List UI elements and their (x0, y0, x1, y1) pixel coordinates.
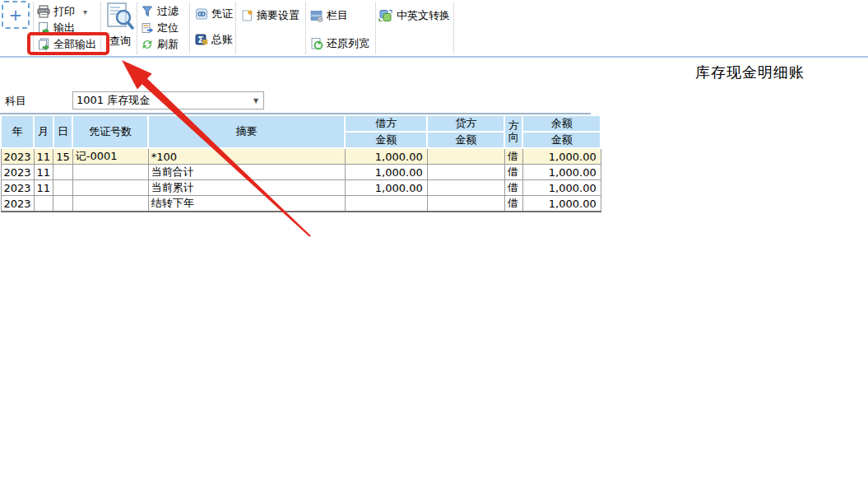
locate-icon (141, 21, 154, 35)
cell-debit[interactable]: 1,000.00 (345, 148, 427, 165)
toolbar-separator (453, 2, 454, 54)
cell-balance[interactable]: 1,000.00 (522, 196, 601, 212)
cell-credit[interactable] (427, 165, 504, 180)
sigma-ledger-icon: Σ (195, 33, 208, 46)
restore-column-width-button[interactable]: 还原列宽 (310, 36, 369, 51)
cell-month[interactable]: 11 (34, 165, 53, 180)
restore-width-icon (310, 37, 323, 50)
toolbar-separator (305, 2, 306, 54)
locate-label: 定位 (157, 21, 179, 35)
toolbar-separator (189, 2, 190, 54)
cell-day[interactable] (53, 196, 73, 212)
print-label: 打印 (53, 4, 75, 19)
columns-icon (310, 9, 323, 22)
cell-direction[interactable]: 借 (504, 180, 522, 196)
col-header-credit-amount: 金额 (427, 132, 504, 148)
cell-summary[interactable]: *100 (148, 148, 345, 165)
col-header-debit: 借方 (345, 115, 427, 132)
col-header-voucher-no: 凭证号数 (72, 115, 148, 148)
query-button[interactable]: 查询 (104, 2, 137, 48)
cn-en-switch-button[interactable]: 中英文转换 (378, 8, 450, 23)
toolbar: + 打印 ▾ 输出 全部输出 (0, 0, 868, 58)
table-row[interactable]: 2023 结转下年 借 1,000.00 (1, 196, 601, 212)
summary-settings-label: 摘要设置 (257, 8, 299, 23)
query-icon (105, 2, 135, 34)
cell-year[interactable]: 2023 (1, 165, 34, 180)
subject-label: 科目 (5, 94, 26, 109)
toolbar-separator (137, 2, 137, 54)
toolbar-separator (100, 2, 101, 54)
refresh-button[interactable]: 刷新 (141, 37, 179, 52)
cell-balance[interactable]: 1,000.00 (522, 165, 601, 180)
cell-debit[interactable]: 1,000.00 (345, 180, 427, 196)
cell-month[interactable]: 11 (34, 148, 53, 165)
cell-balance[interactable]: 1,000.00 (522, 148, 601, 165)
summary-settings-button[interactable]: ✱ 摘要设置 (240, 8, 299, 23)
cell-voucher-no[interactable] (72, 165, 148, 180)
filter-icon (141, 5, 154, 18)
cell-day[interactable]: 15 (53, 148, 73, 165)
print-button[interactable]: 打印 ▾ (37, 4, 87, 19)
cell-balance[interactable]: 1,000.00 (522, 180, 601, 196)
restore-column-width-label: 还原列宽 (327, 36, 369, 51)
export-icon (37, 21, 50, 35)
subject-combobox[interactable]: 1001 库存现金 ▼ (72, 91, 264, 109)
cell-year[interactable]: 2023 (1, 196, 34, 212)
cn-en-switch-label: 中英文转换 (397, 8, 450, 23)
cell-direction[interactable]: 借 (504, 148, 522, 165)
table-row[interactable]: 2023 11 15 记-0001 *100 1,000.00 借 1,000.… (1, 148, 601, 165)
cell-month[interactable]: 11 (34, 180, 53, 196)
general-ledger-button[interactable]: Σ 总账 (195, 32, 233, 47)
export-all-button[interactable]: 全部输出 (37, 37, 96, 52)
direction-char-2: 向 (508, 131, 519, 143)
cell-debit[interactable]: 1,000.00 (345, 165, 427, 180)
cell-credit[interactable] (427, 196, 504, 212)
app-window: + 打印 ▾ 输出 全部输出 (0, 0, 868, 489)
cell-month[interactable] (34, 196, 53, 212)
cell-day[interactable] (53, 180, 73, 196)
col-header-balance-amount: 金额 (522, 132, 601, 148)
add-tab-button[interactable]: + (2, 1, 30, 29)
col-header-month: 月 (34, 115, 53, 148)
columns-button[interactable]: 栏目 (310, 8, 348, 23)
refresh-label: 刷新 (157, 37, 179, 52)
table-row[interactable]: 2023 11 当前累计 1,000.00 借 1,000.00 (1, 180, 601, 196)
svg-text:✱: ✱ (248, 9, 253, 16)
export-button[interactable]: 输出 (37, 21, 75, 35)
cell-credit[interactable] (427, 148, 504, 165)
cell-voucher-no[interactable] (72, 196, 148, 212)
cell-debit[interactable] (345, 196, 427, 212)
print-dropdown-caret[interactable]: ▾ (83, 7, 87, 16)
voucher-button[interactable]: 凭证 (195, 7, 233, 21)
col-header-day: 日 (53, 115, 73, 148)
cell-summary[interactable]: 结转下年 (148, 196, 345, 212)
subject-combobox-value: 1001 库存现金 (73, 93, 248, 108)
cell-direction[interactable]: 借 (504, 165, 522, 180)
general-ledger-label: 总账 (211, 32, 233, 47)
toolbar-separator (375, 2, 376, 54)
table-row[interactable]: 2023 11 当前合计 1,000.00 借 1,000.00 (1, 165, 601, 180)
col-header-balance: 余额 (522, 115, 601, 132)
cell-voucher-no[interactable] (72, 180, 148, 196)
header-row-1: 年 月 日 凭证号数 摘要 借方 贷方 方向 余额 (1, 115, 601, 132)
cell-year[interactable]: 2023 (1, 180, 34, 196)
cell-year[interactable]: 2023 (1, 148, 34, 165)
cell-summary[interactable]: 当前累计 (148, 180, 345, 196)
filter-label: 过滤 (157, 4, 179, 19)
printer-icon (37, 5, 50, 18)
locate-button[interactable]: 定位 (141, 21, 179, 35)
col-header-year: 年 (1, 115, 34, 148)
toolbar-separator (235, 2, 236, 54)
cell-credit[interactable] (427, 180, 504, 196)
cell-direction[interactable]: 借 (504, 196, 522, 212)
cell-voucher-no[interactable]: 记-0001 (72, 148, 148, 165)
cell-day[interactable] (53, 165, 73, 180)
col-header-debit-amount: 金额 (345, 132, 427, 148)
combo-dropdown-caret-icon[interactable]: ▼ (248, 97, 263, 105)
cell-summary[interactable]: 当前合计 (148, 165, 345, 180)
voucher-icon (195, 7, 208, 21)
filter-button[interactable]: 过滤 (141, 4, 179, 19)
col-header-summary: 摘要 (148, 115, 345, 148)
refresh-icon (141, 38, 154, 51)
col-header-direction: 方向 (504, 115, 522, 148)
